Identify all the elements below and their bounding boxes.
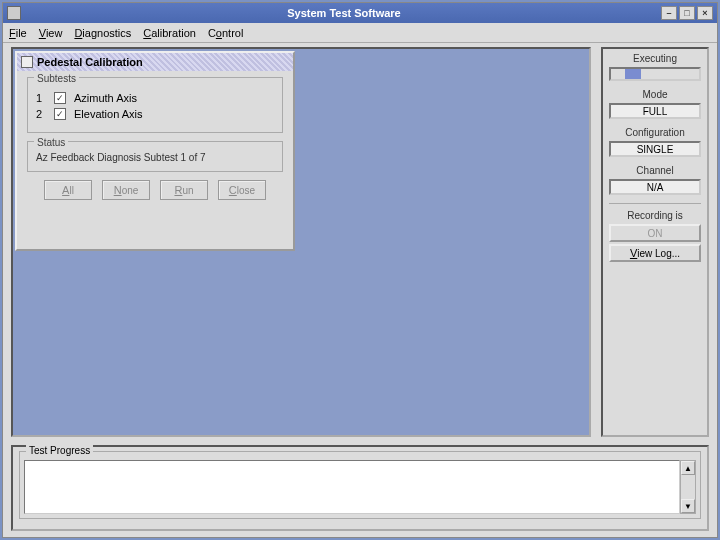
subtest-1-label: Azimuth Axis [74,92,137,104]
scroll-down-icon[interactable]: ▼ [681,499,695,513]
dialog-title: Pedestal Calibration [37,56,143,68]
subtest-2-label: Elevation Axis [74,108,142,120]
subtest-1-number: 1 [36,92,46,104]
recording-value: ON [609,224,701,242]
window-buttons: – □ × [661,6,713,20]
titlebar: System Test Software – □ × [3,3,717,23]
channel-group: Channel N/A [609,165,701,195]
recording-label: Recording is [609,210,701,221]
mode-label: Mode [609,89,701,100]
sidebar-divider [609,203,701,204]
channel-label: Channel [609,165,701,176]
subtest-row-1: 1 ✓ Azimuth Axis [36,92,274,104]
dialog-icon [21,56,33,68]
dialog-button-row: All None Run Close [27,180,283,200]
test-progress-scrollbar[interactable]: ▲ ▼ [680,460,696,514]
channel-value: N/A [609,179,701,195]
config-value: SINGLE [609,141,701,157]
subtests-fieldset: Subtests 1 ✓ Azimuth Axis 2 ✓ Elevation … [27,77,283,133]
view-log-button[interactable]: View Log... [609,244,701,262]
test-progress-textarea[interactable] [24,460,680,514]
calibration-dialog: Pedestal Calibration Subtests 1 ✓ Azimut… [15,51,295,251]
run-button[interactable]: Run [160,180,208,200]
menu-control[interactable]: Control [208,27,243,39]
status-text: Az Feedback Diagnosis Subtest 1 of 7 [36,152,274,163]
status-fieldset: Status Az Feedback Diagnosis Subtest 1 o… [27,141,283,172]
test-progress-legend: Test Progress [26,445,93,456]
menu-calibration[interactable]: Calibration [143,27,196,39]
main-window: System Test Software – □ × File View Dia… [2,2,718,538]
minimize-button[interactable]: – [661,6,677,20]
test-progress-fieldset: Test Progress ▲ ▼ [19,451,701,519]
menu-view[interactable]: View [39,27,63,39]
progress-fill [625,69,641,79]
executing-progress [609,67,701,81]
test-progress-panel: Test Progress ▲ ▼ [11,445,709,531]
executing-label: Executing [609,53,701,64]
close-button[interactable]: Close [218,180,266,200]
dialog-body: Subtests 1 ✓ Azimuth Axis 2 ✓ Elevation … [17,71,293,206]
dialog-titlebar: Pedestal Calibration [17,53,293,71]
maximize-button[interactable]: □ [679,6,695,20]
main-panel: Pedestal Calibration Subtests 1 ✓ Azimut… [11,47,591,437]
sidebar: Executing Mode FULL Configuration SINGLE… [601,47,709,437]
menu-diagnostics[interactable]: Diagnostics [74,27,131,39]
subtest-1-checkbox[interactable]: ✓ [54,92,66,104]
menubar: File View Diagnostics Calibration Contro… [3,23,717,43]
scroll-up-icon[interactable]: ▲ [681,461,695,475]
config-label: Configuration [609,127,701,138]
subtest-2-checkbox[interactable]: ✓ [54,108,66,120]
all-button[interactable]: All [44,180,92,200]
menu-file[interactable]: File [9,27,27,39]
executing-group: Executing [609,53,701,81]
subtest-row-2: 2 ✓ Elevation Axis [36,108,274,120]
status-legend: Status [34,137,68,148]
none-button[interactable]: None [102,180,150,200]
mode-value: FULL [609,103,701,119]
content-area: Pedestal Calibration Subtests 1 ✓ Azimut… [3,43,717,537]
mode-group: Mode FULL [609,89,701,119]
subtest-2-number: 2 [36,108,46,120]
subtests-legend: Subtests [34,73,79,84]
config-group: Configuration SINGLE [609,127,701,157]
app-icon [7,6,21,20]
window-title: System Test Software [27,7,661,19]
close-window-button[interactable]: × [697,6,713,20]
recording-group: Recording is ON View Log... [609,210,701,262]
